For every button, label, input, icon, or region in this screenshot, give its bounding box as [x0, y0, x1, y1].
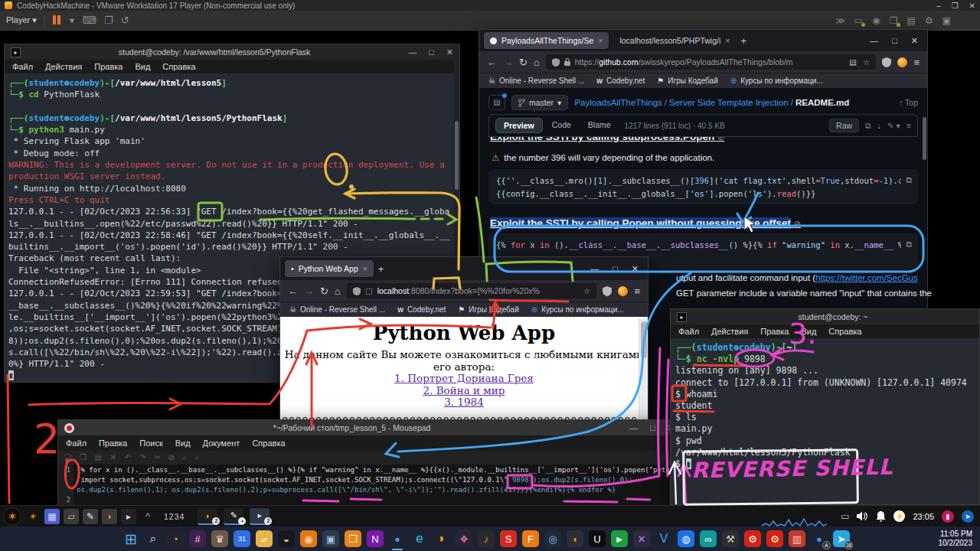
forward-button[interactable]: → [304, 285, 314, 297]
minimize-button[interactable]: — [629, 423, 638, 433]
menu-item[interactable]: Файл [678, 327, 699, 336]
flstudio-icon[interactable]: ♪ [478, 530, 495, 547]
mousepad-editor[interactable]: 12 {% for x in ().__class__.__base__.__s… [58, 465, 681, 506]
updates-icon[interactable]: ➤ [962, 510, 974, 523]
reload-button[interactable]: ↻ [320, 285, 328, 297]
portrait-app-icon[interactable]: ♛ [211, 530, 228, 547]
copy-icon[interactable]: ⧉ [865, 121, 871, 131]
network-icon[interactable]: ≫ [835, 15, 845, 26]
chevron-up-icon[interactable]: ^ [140, 509, 155, 524]
back-button[interactable]: ← [288, 285, 298, 297]
reader-view-icon[interactable]: ▤ [849, 57, 857, 67]
menu-item[interactable]: Документ [203, 439, 240, 448]
calendar-icon[interactable]: 31 [234, 530, 250, 547]
breadcrumb-repo[interactable]: PayloadsAllTheThings [574, 98, 662, 107]
settings-orange-icon[interactable]: ◉ [300, 530, 317, 547]
painter-icon[interactable]: F [522, 530, 539, 547]
send-ctrl-alt-del-icon[interactable]: ⌨ [82, 15, 96, 26]
hdd-icon[interactable]: ▤ [907, 15, 916, 26]
record-icon[interactable]: ◉ [872, 15, 880, 26]
media-app-icon[interactable]: ◒ [278, 530, 295, 547]
unity-icon[interactable]: ▣ [942, 15, 951, 26]
minimize-button[interactable]: — [870, 36, 878, 46]
minimize-button[interactable]: — [408, 47, 416, 57]
forward-button[interactable]: → [503, 57, 513, 68]
volume-icon[interactable] [857, 511, 868, 521]
tab-blame[interactable]: Blame [580, 118, 619, 133]
arduino-icon[interactable]: ∞ [700, 530, 717, 547]
tools-icon[interactable]: ⚒ [722, 530, 739, 547]
chrome-icon[interactable]: ● [389, 530, 406, 547]
bookmark-games[interactable]: ⚑Игры Кодебай [458, 305, 518, 314]
redbox-icon[interactable]: ▥ [789, 530, 805, 547]
file-manager-icon[interactable]: ▱ [64, 509, 79, 524]
maximize-button[interactable]: □ [612, 264, 618, 274]
redgear1-icon[interactable]: ⚙ [744, 530, 761, 547]
display-tray-icon[interactable]: ▭ [841, 511, 849, 522]
fullscreen-icon[interactable]: ❐ [104, 15, 113, 26]
maps-icon[interactable]: ◍ [678, 530, 694, 547]
book-link[interactable]: 2. Война и мир [280, 385, 648, 397]
slack-icon[interactable]: # [189, 530, 206, 547]
shell-terminal-output[interactable]: ┌──(student⊛codeby)-[~]└─$ nc -nvlp 9898… [671, 338, 979, 504]
menu-item[interactable]: Файл [12, 62, 33, 71]
redgear2-icon[interactable]: ⚙ [766, 530, 783, 547]
tab-close-icon[interactable]: × [598, 36, 603, 45]
codeby-logo-icon[interactable]: ✶ [25, 509, 41, 524]
start-icon[interactable]: ⊞ [122, 530, 139, 547]
devices-icon[interactable]: ❐ [890, 15, 898, 26]
tab-localhost-phptwig[interactable]: localhost/lesson5/PHPTwig/i × [613, 32, 736, 49]
maximize-button[interactable]: □ [650, 423, 655, 433]
bookmark-reverse-shell[interactable]: ☠Online - Reverse Shell ... [488, 77, 584, 85]
branch-selector[interactable]: master ▾ [511, 95, 568, 110]
unreal-icon[interactable]: U [589, 530, 606, 547]
tab-close-icon[interactable]: × [725, 36, 730, 45]
vmware-close-button[interactable]: ✕ [969, 2, 975, 10]
menu-item[interactable]: Действия [711, 327, 748, 336]
flask-terminal-titlebar[interactable]: ▸ student@codeby: /var/www/html/lesson5/… [5, 44, 459, 60]
heading-popen-offset[interactable]: Exploit the SSTI by calling Popen withou… [490, 217, 801, 229]
tab-code[interactable]: Code [544, 118, 579, 133]
visualstudio-icon[interactable]: ✕ [633, 530, 650, 547]
close-button[interactable]: ✕ [446, 47, 453, 57]
file-tree-toggle[interactable]: ▤ [488, 95, 505, 110]
camera-app-icon[interactable]: ◎ [544, 530, 561, 547]
onenote-icon[interactable]: N [367, 530, 384, 547]
chrome-profile-icon[interactable]: ●A [811, 530, 828, 547]
vmware-restore-button[interactable]: ❐ [952, 2, 959, 10]
substance-icon[interactable]: S [500, 530, 517, 547]
terminal-launcher-icon[interactable]: ▸ [121, 509, 136, 524]
code-block-subprocess[interactable]: {{''.__class__.mro()[1].__subclasses__()… [488, 169, 918, 204]
menu-item[interactable]: Справка [252, 439, 285, 448]
power-manager-icon[interactable]: ⚡ [893, 510, 905, 522]
player-menu[interactable]: Player ▾ [6, 15, 37, 25]
menu-item[interactable]: Справка [162, 62, 195, 71]
host-clock[interactable]: 11:05 PM 10/2/2023 [939, 530, 973, 548]
pause-vm-button[interactable] [53, 15, 62, 26]
close-button[interactable]: ✕ [911, 36, 918, 46]
copy-icon[interactable]: ⧉ [901, 174, 912, 187]
mousepad-launcher-icon[interactable]: ✎ [83, 509, 98, 524]
home-button[interactable]: ⌂ [534, 57, 540, 68]
firefox-launcher-icon[interactable]: ◗ [102, 509, 117, 524]
menu-icon[interactable]: ≡ [634, 285, 640, 297]
notifications-bell-icon[interactable] [876, 511, 886, 522]
lock-screen-icon[interactable]: ▮ [942, 510, 954, 523]
page-scrollbar[interactable] [923, 117, 926, 160]
terminal-window-button[interactable]: ▸2 [250, 508, 270, 525]
display-icon[interactable]: ▭ [854, 15, 863, 26]
menu-item[interactable]: Справка [828, 327, 861, 336]
bookmark-codeby[interactable]: wCodeby.net [596, 77, 645, 85]
bookmark-star-icon[interactable]: ☆ [583, 286, 590, 295]
tab-payloadsallthethings[interactable]: PayloadsAllTheThings/Se × [484, 32, 609, 49]
bookmark-codeby[interactable]: wCodeby.net [397, 305, 446, 314]
book-link[interactable]: 3. 1984 [280, 396, 648, 409]
mousepad-window-button[interactable]: ✎• [224, 508, 243, 525]
search-icon[interactable]: ⌕ [145, 530, 162, 547]
twitter-link[interactable]: https://twitter.com/SecGus [815, 273, 918, 282]
widgets-icon[interactable]: ◔ [167, 530, 184, 547]
mousepad-titlebar[interactable]: *~/Рабочий стол/tmp_lesson_5 - Mousepad … [58, 420, 681, 435]
url-bar[interactable]: ▢ localhost:8080/index?book={%%20for%20x… [347, 283, 597, 298]
protections-shield-icon[interactable] [882, 57, 891, 67]
bookmark-courses[interactable]: ⊕Курсы по информаци... [730, 77, 823, 85]
